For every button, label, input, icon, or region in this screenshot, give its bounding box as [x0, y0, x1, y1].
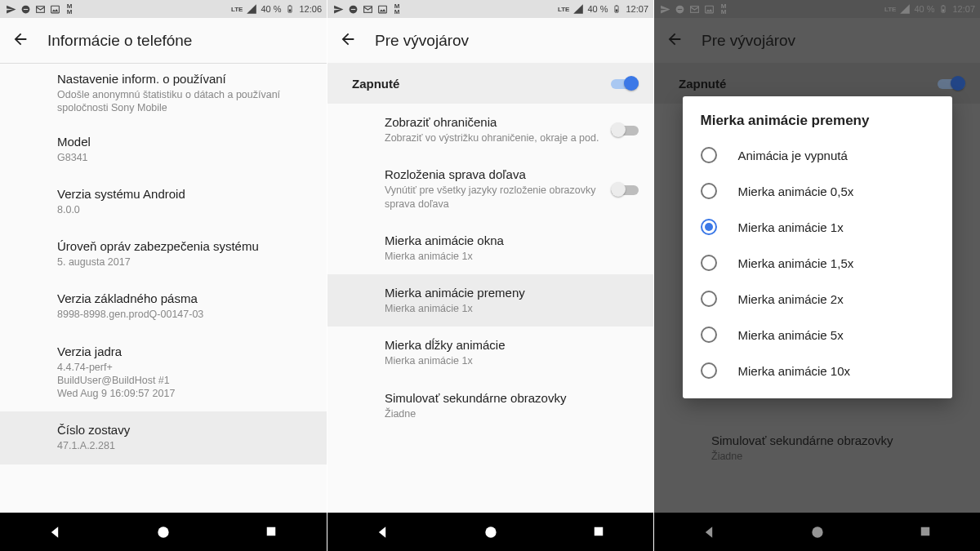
list-item[interactable]: Mierka animácie premenyMierka animácie 1… — [327, 274, 653, 327]
dialog-overlay[interactable]: Mierka animácie premeny Animácia je vypn… — [654, 0, 980, 551]
item-subtitle: 4.4.74-perf+ BuildUser@BuildHost #1 Wed … — [57, 361, 312, 401]
svg-rect-1 — [23, 8, 27, 9]
svg-rect-3 — [51, 6, 59, 13]
list-item[interactable]: Úroveň opráv zabezpečenia systému5. augu… — [0, 228, 327, 280]
app-icon: MM — [64, 3, 75, 15]
item-subtitle: 47.1.A.2.281 — [57, 439, 312, 452]
option-label: Mierka animácie 1x — [738, 220, 844, 234]
lte-label: LTE — [558, 7, 570, 12]
item-subtitle: G8341 — [57, 151, 312, 164]
svg-rect-14 — [616, 9, 618, 11]
svg-rect-10 — [350, 8, 354, 9]
location-icon — [5, 3, 16, 15]
radio-icon[interactable] — [701, 255, 717, 271]
mail-icon — [362, 3, 373, 15]
radio-icon[interactable] — [701, 147, 717, 163]
master-toggle-label: Zapnuté — [352, 77, 611, 91]
list-item[interactable]: Verzia základného pásma8998-8998.gen.pro… — [0, 280, 327, 332]
dialog-title: Mierka animácie premeny — [683, 113, 952, 137]
list-item[interactable]: Mierka dĺžky animácieMierka animácie 1x — [327, 327, 653, 379]
list-item[interactable]: Verzia systému Android8.0.0 — [0, 176, 327, 228]
mail-icon — [34, 3, 46, 15]
list-item[interactable]: Zobraziť ohraničeniaZobraziť vo výstrižk… — [327, 104, 653, 156]
toggle-switch[interactable] — [611, 122, 639, 137]
battery-icon — [611, 3, 622, 15]
developer-master-toggle[interactable]: Zapnuté — [327, 63, 653, 104]
nav-home-icon[interactable] — [483, 524, 499, 540]
animation-scale-dialog: Mierka animácie premeny Animácia je vypn… — [683, 96, 952, 398]
back-icon[interactable] — [339, 30, 357, 51]
svg-rect-12 — [378, 6, 386, 13]
svg-rect-17 — [594, 527, 603, 535]
clock: 12:07 — [626, 4, 648, 14]
nav-recent-icon[interactable] — [264, 524, 280, 540]
item-subtitle: Odošle anonymnú štatistiku o dátach a po… — [57, 88, 312, 115]
item-subtitle: Vynútiť pre všetky jazyky rozloženie obr… — [385, 184, 603, 211]
signal-icon — [246, 3, 257, 15]
about-list[interactable]: Nastavenie inform. o používaníOdošle ano… — [0, 64, 327, 513]
dialog-option[interactable]: Mierka animácie 1x — [683, 209, 952, 245]
item-title: Verzia systému Android — [57, 187, 312, 201]
item-title: Verzia jadra — [57, 344, 312, 358]
list-item[interactable]: Verzia jadra4.4.74-perf+ BuildUser@Build… — [0, 333, 327, 412]
svg-point-7 — [158, 527, 168, 537]
image-icon — [376, 3, 388, 15]
radio-icon[interactable] — [701, 327, 717, 343]
image-icon — [49, 3, 60, 15]
dialog-option[interactable]: Mierka animácie 2x — [683, 281, 952, 317]
option-label: Mierka animácie 0,5x — [738, 184, 854, 198]
item-title: Model — [57, 135, 312, 149]
list-item[interactable]: Číslo zostavy47.1.A.2.281 — [0, 411, 327, 464]
svg-rect-8 — [267, 527, 276, 535]
nav-bar — [327, 513, 653, 551]
nav-back-icon[interactable] — [47, 524, 63, 540]
dialog-option[interactable]: Mierka animácie 1,5x — [683, 245, 952, 281]
battery-pct: 40 % — [587, 4, 608, 14]
developer-list[interactable]: Zobraziť ohraničeniaZobraziť vo výstrižk… — [327, 104, 653, 513]
radio-icon[interactable] — [701, 219, 717, 235]
list-item[interactable]: ModelG8341 — [0, 123, 327, 176]
nav-home-icon[interactable] — [155, 524, 172, 540]
status-bar: MM LTE 40 % 12:06 — [0, 0, 327, 18]
dialog-option[interactable]: Mierka animácie 5x — [683, 317, 952, 353]
page-title: Pre vývojárov — [375, 32, 469, 50]
clock: 12:06 — [299, 4, 322, 14]
option-label: Mierka animácie 10x — [738, 364, 851, 378]
item-subtitle: 8998-8998.gen.prodQ-00147-03 — [57, 308, 312, 321]
item-title: Rozloženia sprava doľava — [385, 167, 603, 181]
option-label: Mierka animácie 2x — [738, 292, 844, 306]
option-label: Mierka animácie 1,5x — [738, 256, 854, 270]
list-item[interactable]: Mierka animácie oknaMierka animácie 1x — [327, 222, 653, 274]
radio-icon[interactable] — [701, 183, 717, 199]
list-item[interactable]: Simulovať sekundárne obrazovkyŽiadne — [327, 380, 653, 432]
item-title: Simulovať sekundárne obrazovky — [385, 391, 639, 405]
lte-label: LTE — [231, 7, 243, 12]
item-title: Úroveň opráv zabezpečenia systému — [57, 239, 312, 253]
item-subtitle: 8.0.0 — [57, 203, 312, 216]
item-subtitle: Mierka animácie 1x — [385, 302, 639, 315]
item-subtitle: Mierka animácie 1x — [385, 250, 639, 263]
dialog-option[interactable]: Mierka animácie 0,5x — [683, 173, 952, 209]
dialog-option[interactable]: Mierka animácie 10x — [683, 353, 952, 389]
toggle-switch[interactable] — [611, 182, 639, 197]
list-item[interactable]: Rozloženia sprava doľavaVynútiť pre všet… — [327, 156, 653, 222]
svg-rect-15 — [617, 5, 618, 6]
item-title: Nastavenie inform. o používaní — [57, 72, 312, 86]
item-subtitle: 5. augusta 2017 — [57, 256, 312, 269]
radio-icon[interactable] — [701, 291, 717, 307]
nav-back-icon[interactable] — [374, 524, 390, 540]
radio-icon[interactable] — [701, 362, 717, 379]
option-label: Mierka animácie 5x — [738, 328, 844, 342]
item-subtitle: Mierka animácie 1x — [385, 354, 639, 367]
battery-pct: 40 % — [261, 4, 281, 14]
option-label: Animácia je vypnutá — [738, 149, 848, 162]
nav-recent-icon[interactable] — [591, 524, 608, 540]
toggle-on-icon[interactable] — [611, 76, 639, 91]
item-subtitle: Zobraziť vo výstrižku ohraničenie, okraj… — [385, 131, 603, 144]
list-item[interactable]: Nastavenie inform. o používaníOdošle ano… — [0, 64, 327, 123]
back-icon[interactable] — [11, 30, 29, 51]
app-header: Pre vývojárov — [327, 18, 653, 63]
dialog-option[interactable]: Animácia je vypnutá — [683, 137, 952, 173]
item-title: Verzia základného pásma — [57, 291, 312, 305]
location-icon — [332, 3, 344, 15]
